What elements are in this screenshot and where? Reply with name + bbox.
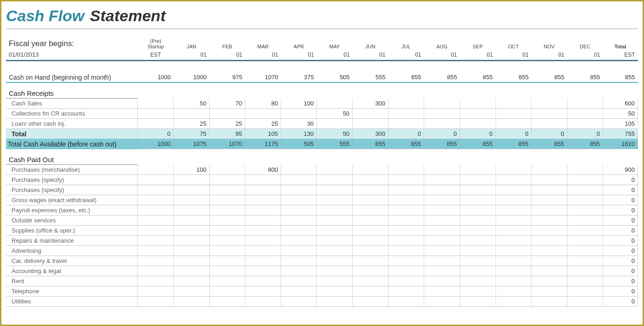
cell[interactable] [460, 175, 496, 185]
cell[interactable] [353, 226, 389, 236]
cell[interactable] [245, 195, 281, 205]
cell[interactable] [388, 205, 424, 215]
cell[interactable] [353, 175, 389, 185]
cell[interactable] [496, 119, 532, 129]
cell[interactable] [388, 266, 424, 276]
cell[interactable] [174, 297, 210, 307]
cell[interactable] [138, 226, 174, 236]
cell[interactable] [317, 226, 353, 236]
cell[interactable] [532, 119, 567, 129]
cell[interactable] [317, 185, 353, 195]
cell[interactable] [209, 205, 245, 215]
cell[interactable] [245, 286, 281, 297]
cell[interactable] [567, 205, 603, 215]
cell[interactable] [353, 286, 389, 297]
cell[interactable] [209, 297, 245, 307]
cell[interactable]: 855 [496, 72, 532, 82]
cell[interactable] [353, 165, 389, 175]
cell[interactable]: 25 [245, 119, 281, 129]
cell[interactable] [460, 236, 496, 246]
cell[interactable] [532, 175, 567, 185]
cell[interactable] [174, 286, 210, 297]
cell[interactable] [460, 226, 496, 236]
cell[interactable] [209, 256, 245, 266]
cell[interactable] [281, 215, 317, 226]
cell[interactable] [567, 195, 603, 205]
cell[interactable] [353, 236, 389, 246]
cell[interactable] [138, 119, 174, 129]
cell[interactable] [496, 266, 532, 276]
cell[interactable] [174, 276, 210, 286]
cell[interactable] [424, 226, 460, 236]
cell[interactable] [388, 276, 424, 286]
cell[interactable] [281, 286, 317, 297]
cell[interactable] [460, 99, 496, 109]
cell[interactable] [174, 205, 210, 215]
cell[interactable] [174, 215, 210, 226]
cell[interactable]: 1070 [245, 72, 281, 82]
cell[interactable] [388, 215, 424, 226]
cell[interactable] [281, 236, 317, 246]
cell[interactable] [532, 185, 567, 195]
cell[interactable] [388, 99, 424, 109]
cell[interactable]: 50 [317, 109, 353, 119]
cell[interactable] [317, 256, 353, 266]
cell[interactable] [388, 109, 424, 119]
cell[interactable] [245, 297, 281, 307]
cell[interactable] [353, 276, 389, 286]
cell[interactable]: 25 [209, 119, 245, 129]
cell[interactable]: 1000 [174, 72, 210, 82]
cell[interactable] [281, 185, 317, 195]
cell[interactable] [532, 286, 567, 297]
cell[interactable] [317, 165, 353, 175]
cell[interactable] [460, 276, 496, 286]
cell[interactable] [496, 246, 532, 256]
cell[interactable] [245, 185, 281, 195]
cell[interactable] [317, 195, 353, 205]
cell[interactable] [460, 185, 496, 195]
cell[interactable] [567, 256, 603, 266]
cell[interactable] [567, 297, 603, 307]
cell[interactable] [245, 256, 281, 266]
cell[interactable] [353, 119, 389, 129]
cell[interactable] [138, 236, 174, 246]
cell[interactable] [245, 246, 281, 256]
cell[interactable] [174, 236, 210, 246]
cell[interactable] [317, 276, 353, 286]
cell[interactable] [567, 109, 603, 119]
cell[interactable] [460, 297, 496, 307]
cell[interactable] [281, 246, 317, 256]
cell[interactable] [209, 215, 245, 226]
cell[interactable] [353, 195, 389, 205]
cell[interactable] [209, 236, 245, 246]
cell[interactable] [567, 226, 603, 236]
cell[interactable] [174, 185, 210, 195]
cell[interactable] [388, 246, 424, 256]
cell[interactable] [496, 175, 532, 185]
cell[interactable] [353, 256, 389, 266]
cell[interactable] [388, 226, 424, 236]
cell[interactable] [209, 165, 245, 175]
cell[interactable]: 855 [567, 72, 603, 82]
cell[interactable] [460, 266, 496, 276]
cell[interactable] [496, 99, 532, 109]
cell[interactable] [424, 165, 460, 175]
cell[interactable] [532, 266, 567, 276]
cell[interactable] [567, 276, 603, 286]
cell[interactable] [281, 256, 317, 266]
cell[interactable]: 855 [388, 72, 424, 82]
cell[interactable] [567, 286, 603, 297]
cell[interactable] [567, 266, 603, 276]
cell[interactable] [567, 246, 603, 256]
cell[interactable] [353, 297, 389, 307]
cell[interactable] [138, 205, 174, 215]
cell[interactable] [424, 297, 460, 307]
cell[interactable] [174, 266, 210, 276]
cell[interactable]: 855 [424, 72, 460, 82]
cell[interactable] [496, 226, 532, 236]
cell[interactable] [138, 195, 174, 205]
cell[interactable] [424, 236, 460, 246]
cell[interactable] [138, 266, 174, 276]
cell[interactable] [532, 276, 567, 286]
cell[interactable] [460, 109, 496, 119]
